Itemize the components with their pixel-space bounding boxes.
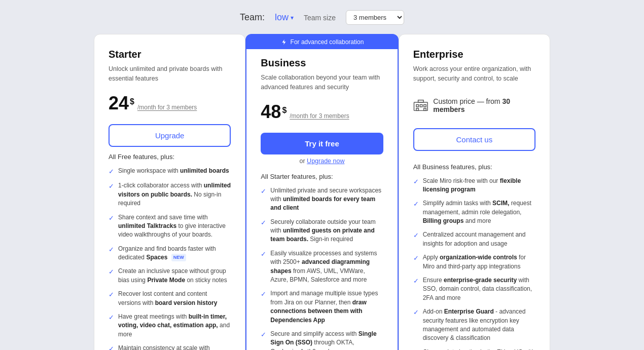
starter-feature-list: ✓Single workspace with unlimited boards … (109, 167, 231, 351)
business-plan-name: Business (261, 57, 383, 69)
chevron-down-icon: ▾ (291, 14, 294, 21)
svg-rect-6 (418, 100, 423, 102)
team-value: low (275, 12, 289, 23)
check-icon: ✓ (413, 200, 419, 225)
team-size-select[interactable]: 3 members 5 members 10 members 20 member… (346, 10, 404, 25)
list-item: ✓Import and manage multiple issue types … (261, 289, 383, 325)
starter-plan-name: Starter (109, 49, 231, 60)
enterprise-plan-name: Enterprise (413, 49, 535, 60)
check-icon: ✓ (261, 290, 266, 325)
check-icon: ✓ (413, 308, 419, 343)
team-value-dropdown[interactable]: low ▾ (275, 12, 294, 23)
team-label: Team: (240, 12, 265, 23)
svg-rect-5 (423, 108, 425, 110)
list-item: ✓Unlimited private and secure workspaces… (261, 186, 383, 213)
business-price-row: 48 $ /month for 3 members (261, 101, 383, 123)
enterprise-plan-desc: Work across your entire organization, wi… (413, 64, 535, 84)
enterprise-features-header: All Business features, plus: (413, 163, 535, 171)
list-item: ✓1-click collaborator access with unlimi… (109, 181, 231, 208)
business-features-header: All Starter features, plus: (261, 173, 383, 180)
check-icon: ✓ (261, 330, 266, 350)
starter-plan-desc: Unlock unlimited and private boards with… (109, 64, 231, 84)
svg-rect-2 (420, 104, 422, 106)
list-item: ✓Easily visualize processes and systems … (261, 249, 383, 285)
starter-plan-card: Starter Unlock unlimited and private boa… (94, 34, 245, 350)
pricing-header: Team: low ▾ Team size 3 members 5 member… (240, 10, 404, 25)
list-item: ✓Secure and simplify access with Single … (261, 330, 383, 350)
starter-price-period: /month for 3 members (137, 104, 197, 111)
starter-price-amount: 24 (109, 93, 129, 114)
check-icon: ✓ (413, 277, 419, 302)
business-plan-desc: Scale collaboration beyond your team wit… (261, 73, 383, 92)
enterprise-feature-list: ✓Scale Miro risk-free with our flexible … (413, 177, 535, 351)
list-item: ✓Have great meetings with built-in timer… (109, 313, 231, 339)
starter-upgrade-button[interactable]: Upgrade (109, 124, 231, 147)
check-icon: ✓ (109, 214, 114, 240)
enterprise-price-row: Custom price — from 30 members (413, 93, 535, 118)
upgrade-now-text: Upgrade now (307, 158, 344, 165)
check-icon: ✓ (261, 250, 266, 285)
business-feature-list: ✓Unlimited private and secure workspaces… (261, 186, 383, 351)
check-icon: ✓ (413, 231, 419, 248)
starter-price-row: 24 $ /month for 3 members (109, 93, 231, 114)
featured-badge-text: For advanced collaboration (291, 38, 364, 46)
business-try-free-button[interactable]: Try it free (261, 133, 383, 154)
list-item: ✓Organize and find boards faster with de… (109, 245, 231, 262)
check-icon: ✓ (109, 245, 114, 262)
list-item: ✓Simplify admin tasks with SCIM, request… (413, 199, 535, 225)
check-icon: ✓ (109, 290, 114, 307)
business-price-amount: 48 (261, 101, 281, 123)
list-item: ✓Apply organization-wide controls for Mi… (413, 253, 535, 271)
list-item: ✓Ensure enterprise-grade security with S… (413, 276, 535, 302)
business-or-upgrade: or Upgrade now (261, 158, 383, 165)
list-item: ✓Create an inclusive space without group… (109, 267, 231, 285)
custom-price-from: Custom price — from (433, 97, 502, 105)
list-item: ✓Centralized account management and insi… (413, 230, 535, 248)
featured-badge: For advanced collaboration (246, 35, 397, 49)
svg-rect-3 (423, 104, 425, 106)
starter-features-header: All Free features, plus: (109, 153, 231, 161)
svg-rect-4 (416, 108, 418, 110)
list-item: ✓Choose data hosting in the EU or US wit… (413, 348, 535, 350)
check-icon: ✓ (109, 267, 114, 285)
list-item: ✓Share context and save time with unlimi… (109, 213, 231, 240)
check-icon: ✓ (109, 167, 114, 177)
list-item: ✓Securely collaborate outside your team … (261, 218, 383, 244)
team-size-label: Team size (304, 14, 336, 22)
business-upgrade-now-link[interactable]: Upgrade now (307, 158, 344, 165)
enterprise-plan-card: Enterprise Work across your entire organ… (399, 34, 550, 350)
check-icon: ✓ (261, 218, 266, 244)
check-icon: ✓ (261, 187, 266, 213)
business-price-currency: $ (282, 106, 287, 114)
list-item: ✓Single workspace with unlimited boards (109, 167, 231, 177)
business-plan-card: For advanced collaboration Business Scal… (245, 34, 398, 350)
list-item: ✓Scale Miro risk-free with our flexible … (413, 177, 535, 195)
check-icon: ✓ (109, 344, 114, 350)
svg-rect-1 (416, 104, 418, 106)
business-price-period: /month for 3 members (290, 112, 349, 120)
enterprise-contact-button[interactable]: Contact us (413, 128, 535, 151)
check-icon: ✓ (413, 177, 419, 195)
list-item: ✓Recover lost content and content versio… (109, 290, 231, 307)
building-icon (413, 98, 428, 112)
check-icon: ✓ (109, 313, 114, 339)
plans-container: Starter Unlock unlimited and private boa… (94, 34, 550, 350)
list-item: ✓Maintain consistency at scale with cust… (109, 344, 231, 350)
starter-price-currency: $ (130, 98, 134, 106)
or-text: or (300, 158, 305, 165)
enterprise-custom-price-text: Custom price — from 30 members (433, 97, 535, 113)
check-icon: ✓ (413, 254, 419, 271)
check-icon: ✓ (109, 182, 114, 208)
list-item: ✓Add-on Enterprise Guard - advanced secu… (413, 307, 535, 343)
lightning-icon (280, 38, 288, 46)
